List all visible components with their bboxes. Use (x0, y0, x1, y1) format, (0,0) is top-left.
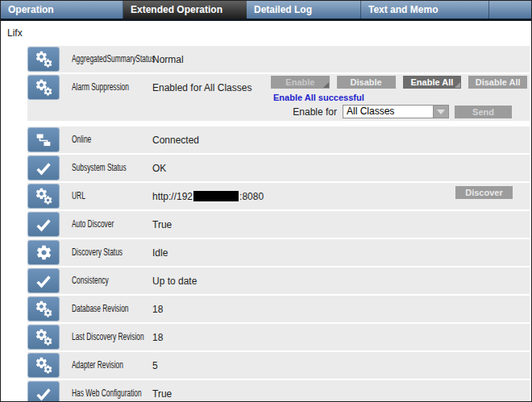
property-label: Has Web Configuration (72, 380, 142, 402)
tab-text-and-memo[interactable]: Text and Memo (361, 1, 489, 19)
check-icon (27, 381, 60, 402)
gear-icon (27, 240, 60, 265)
property-value: Connected (152, 126, 199, 153)
property-value: http://192:8080 (152, 183, 264, 209)
property-label: Online (72, 126, 91, 153)
tab-bar: Operation Extended Operation Detailed Lo… (1, 1, 531, 19)
class-select[interactable]: All Classes (343, 105, 449, 118)
property-row-has-web-configuration: Has Web ConfigurationTrue (27, 380, 530, 402)
property-label: Alarm Suppression (72, 74, 129, 101)
gears-icon (27, 75, 60, 100)
property-value: OK (152, 155, 166, 181)
property-value: Idle (152, 239, 168, 266)
property-row-online: OnlineConnected (27, 126, 530, 153)
property-row-discovery-status: Discovery StatusIdle (27, 239, 530, 266)
disable-all-button[interactable]: Disable All (468, 76, 527, 89)
redacted-ip (193, 191, 239, 201)
alarm-button-row: Enable Disable Enable All Disable All (271, 76, 527, 89)
enable-all-button[interactable]: Enable All (403, 76, 462, 89)
send-button[interactable]: Send (455, 106, 512, 118)
property-value: True (152, 211, 172, 238)
property-label: URL (72, 183, 85, 209)
class-select-value: All Classes (343, 106, 433, 118)
gears-icon (27, 184, 60, 209)
tab-operation[interactable]: Operation (1, 1, 123, 19)
property-row-auto-discover: Auto DiscoverTrue (27, 211, 530, 238)
disable-button[interactable]: Disable (337, 76, 396, 89)
property-label: Consistency (72, 267, 109, 294)
window: Operation Extended Operation Detailed Lo… (0, 0, 532, 402)
alarm-suppression-controls: Enable Disable Enable All Disable All En… (271, 74, 527, 118)
chevron-down-icon[interactable] (433, 106, 448, 118)
tab-bar-filler (489, 1, 531, 19)
property-row-url: URLhttp://192:8080 Discover (27, 183, 530, 209)
property-label: Last Discovery Revision (72, 324, 144, 350)
property-row-alarm-suppression: Alarm SuppressionEnabled for All Classes… (27, 74, 530, 121)
property-label: Discovery Status (72, 239, 123, 266)
property-label: Subsystem Status (72, 155, 127, 181)
enable-for-label: Enable for (293, 106, 337, 118)
property-value: True (152, 380, 172, 402)
enable-for-row: Enable for All Classes Send (271, 105, 527, 118)
tab-detailed-log[interactable]: Detailed Log (247, 1, 361, 19)
property-label: Auto Discover (72, 211, 114, 238)
property-row-consistency: ConsistencyUp to date (27, 267, 530, 294)
tab-extended-operation[interactable]: Extended Operation (123, 1, 247, 19)
status-message: Enable All successful (273, 93, 527, 102)
gears-icon (27, 325, 60, 350)
property-label: Database Revision (72, 296, 129, 322)
gears-icon (27, 296, 60, 321)
check-icon (27, 268, 60, 293)
property-label: Adapter Revision (72, 352, 123, 379)
property-value: 18 (152, 324, 163, 350)
property-list: AggregatedSummaryStatusNormalAlarm Suppr… (27, 46, 530, 402)
property-row-last-discovery-revision: Last Discovery Revision18 (27, 324, 530, 350)
enable-button[interactable]: Enable (271, 76, 330, 89)
property-value: Enabled for All Classes (152, 74, 251, 101)
property-row-database-revision: Database Revision18 (27, 296, 530, 322)
property-row-subsystem-status: Subsystem StatusOK (27, 155, 530, 181)
property-label: AggregatedSummaryStatus (72, 46, 155, 73)
property-value: Normal (152, 46, 184, 73)
page-title: Lifx (1, 21, 531, 46)
url-prefix: http://192 (152, 191, 193, 202)
url-suffix: :8080 (239, 191, 264, 202)
property-row-adapter-revision: Adapter Revision5 (27, 352, 530, 379)
discover-button[interactable]: Discover (455, 186, 513, 199)
gears-icon (27, 353, 60, 378)
check-icon (27, 212, 60, 237)
network-icon (27, 127, 60, 152)
property-row-aggregatedsummarystatus: AggregatedSummaryStatusNormal (27, 46, 530, 73)
check-icon (27, 155, 60, 180)
property-value: Up to date (152, 267, 197, 294)
property-value: 18 (152, 296, 163, 322)
property-value: 5 (152, 352, 158, 379)
content-area: Lifx AggregatedSummaryStatusNormalAlarm … (1, 21, 531, 402)
gears-icon (27, 47, 60, 72)
